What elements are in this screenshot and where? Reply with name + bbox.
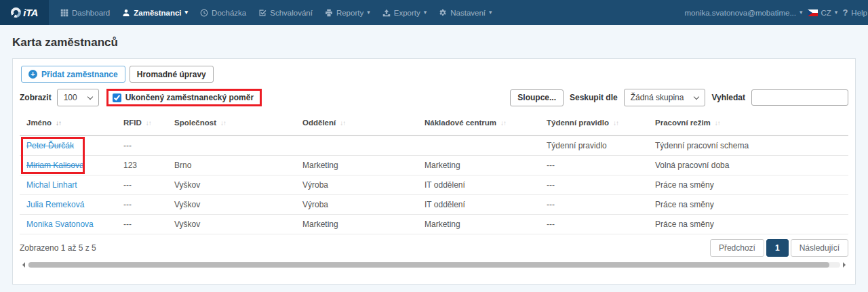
column-header[interactable]: Týdenní pravidlo↓↑ [541,112,650,135]
nav-item-nastaveni[interactable]: Nastavení▾ [433,0,498,25]
terminated-annotation-box: Ukončený zaměstnanecký poměr [106,89,262,106]
bulk-edit-button[interactable]: Hromadné úpravy [130,66,214,83]
group-by-select[interactable]: Žádná skupina [624,89,706,106]
table-cell: Marketing [297,215,419,234]
top-navbar: iTA DashboardZaměstnanci▾DocházkaSchvalo… [0,0,868,25]
previous-page-button[interactable]: Předchozí [710,239,764,257]
page-size-select[interactable]: 100 [57,89,99,106]
nav-item-label: Exporty [394,9,420,17]
search-label: Vyhledat [711,93,745,102]
chevron-down-icon [694,93,699,99]
horizontal-scrollbar [20,262,848,268]
column-header[interactable]: RFID↓↑ [118,112,169,135]
help-label: Help [851,9,867,17]
nav-item-label: Reporty [336,9,363,17]
employee-link[interactable]: Peter Ďurčák [26,141,74,150]
employee-link[interactable]: Monika Svatonova [26,220,94,229]
table-cell: Marketing [419,156,541,175]
sort-icon: ↓↑ [146,119,151,127]
nav-item-label: Zaměstnanci [134,9,181,17]
table-cell: Vyškov [169,175,297,195]
columns-button[interactable]: Sloupce... [510,89,564,106]
employee-link[interactable]: Michal Linhart [26,180,77,190]
column-header[interactable]: Oddělení↓↑ [297,112,419,135]
table-row: Julia Remeková---VyškovVýrobaIT oddělení… [20,195,848,215]
user-menu[interactable]: monika.svatonova@mobatime... ▾ [685,9,803,17]
chevron-down-icon: ▾ [424,9,427,16]
employee-link[interactable]: Miriam Kalisova [26,161,84,170]
czech-flag-icon [808,9,818,16]
table-cell: Práce na směny [650,175,848,195]
scroll-right-arrow-icon[interactable] [843,262,848,268]
help-link[interactable]: ? Help [842,7,867,18]
current-page-button[interactable]: 1 [766,239,789,257]
column-header-label: RFID [123,119,142,127]
table-cell: 123 [118,156,169,175]
employee-name-cell: Michal Linhart [20,175,118,195]
table-cell: Práce na směny [650,215,848,234]
chevron-down-icon: ▾ [185,9,189,16]
employee-link[interactable]: Julia Remeková [26,200,84,209]
nav-item-zamestnanci[interactable]: Zaměstnanci▾ [116,0,194,25]
chevron-down-icon: ▾ [800,9,803,16]
table-cell: --- [118,135,169,156]
filter-row: Zobrazit 100 Ukončený zaměstnanecký pomě… [20,89,848,106]
table-cell: --- [118,175,169,195]
filter-right: Sloupce... Seskupit dle Žádná skupina Vy… [510,89,848,106]
column-header[interactable]: Společnost↓↑ [169,112,297,135]
column-header-label: Týdenní pravidlo [547,119,609,127]
logo-text: iTA [23,7,38,18]
nav-item-dochazka[interactable]: Docházka [194,0,252,25]
gear-icon [439,9,447,17]
sort-icon: ↓↑ [500,119,506,127]
language-menu[interactable]: CZ ▾ [808,9,838,17]
nav-item-reporty[interactable]: Reporty▾ [319,0,376,25]
sort-icon: ↓↑ [613,119,618,127]
sort-icon: ↓↑ [340,119,345,127]
nav-item-schvalovani[interactable]: Schvalování [252,0,319,25]
nav-item-label: Docházka [212,9,246,17]
table-footer: Zobrazeno 1 až 5 z 5 Předchozí 1 Následu… [20,239,848,257]
table-cell: Marketing [419,215,541,234]
search-input[interactable] [751,89,848,106]
employee-table: Jméno↓↑RFID↓↑Společnost↓↑Oddělení↓↑Nákla… [20,112,848,234]
terminated-checkbox[interactable] [113,93,121,102]
app-logo[interactable]: iTA [0,0,49,25]
chevron-down-icon: ▾ [835,9,838,16]
group-by-label: Seskupit dle [570,93,618,102]
table-cell: Práce na směny [650,195,848,215]
nav-item-dashboard[interactable]: Dashboard [54,0,116,25]
table-cell: Výroba [297,175,419,195]
page-title: Karta zaměstnanců [0,25,868,58]
table-cell: --- [541,215,650,234]
show-label: Zobrazit [20,93,52,102]
column-header[interactable]: Jméno↓↑ [20,112,118,135]
table-header-row: Jméno↓↑RFID↓↑Společnost↓↑Oddělení↓↑Nákla… [20,112,848,135]
column-header[interactable]: Nákladové centrum↓↑ [419,112,541,135]
column-header-label: Pracovní režim [655,119,711,127]
check-icon [258,9,267,17]
sort-icon: ↓↑ [220,119,226,127]
table-cell: --- [118,195,169,215]
table-cell: Marketing [297,156,419,175]
scrollbar-track[interactable] [28,262,840,268]
page-size-value: 100 [64,93,77,102]
grid-icon [60,9,68,17]
scroll-left-arrow-icon[interactable] [20,262,25,268]
nav-item-exporty[interactable]: Exporty▾ [376,0,433,25]
table-cell: Vyškov [169,195,297,215]
table-cell: Týdenní pravidlo [541,135,650,156]
employee-name-cell: Miriam Kalisova [20,156,118,175]
terminated-checkbox-label[interactable]: Ukončený zaměstnanecký poměr [125,93,254,102]
add-employee-button[interactable]: + Přidat zaměstnance [21,66,125,83]
next-page-button[interactable]: Následující [791,239,848,257]
user-email: monika.svatonova@mobatime... [685,9,796,17]
nav-items: DashboardZaměstnanci▾DocházkaSchvalování… [49,0,685,25]
results-info: Zobrazeno 1 až 5 z 5 [20,243,96,253]
scrollbar-thumb[interactable] [28,262,829,268]
column-header[interactable]: Pracovní režim↓↑ [650,112,848,135]
employee-name-cell: Julia Remeková [20,195,118,215]
table-cell [419,135,541,156]
chevron-down-icon [87,93,92,99]
table-cell: Volná pracovní doba [650,156,848,175]
